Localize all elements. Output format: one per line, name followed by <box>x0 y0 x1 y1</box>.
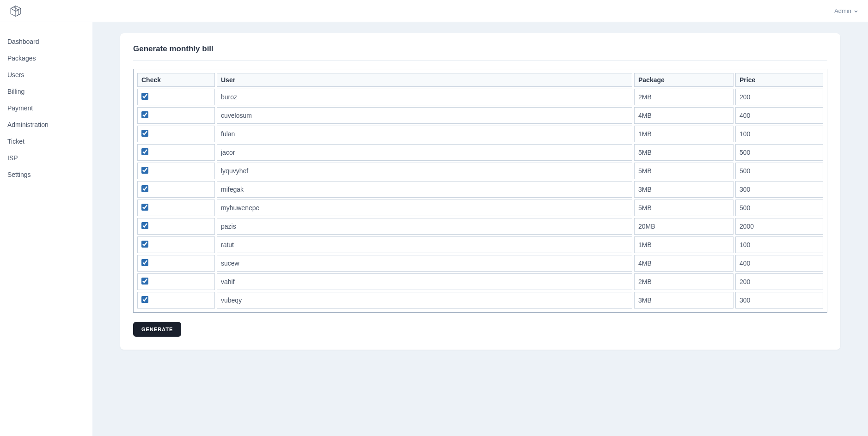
cell-check <box>137 200 215 216</box>
cell-user: ratut <box>217 236 632 253</box>
cell-price: 300 <box>735 181 823 198</box>
cell-check <box>137 89 215 105</box>
cell-check <box>137 255 215 272</box>
cell-user: fulan <box>217 126 632 142</box>
sidebar: Dashboard Packages Users Billing Payment… <box>0 22 92 436</box>
cell-user: pazis <box>217 218 632 235</box>
sidebar-item-administration[interactable]: Administration <box>7 116 85 133</box>
cell-user: vubeqy <box>217 292 632 309</box>
cell-user: jacor <box>217 144 632 161</box>
table-row: fulan1MB100 <box>137 126 823 142</box>
header-package: Package <box>634 73 734 87</box>
main-content: Generate monthly bill Check User Package <box>92 22 868 436</box>
cell-package: 20MB <box>634 218 734 235</box>
table-row: ratut1MB100 <box>137 236 823 253</box>
sidebar-item-billing[interactable]: Billing <box>7 83 85 100</box>
cell-package: 4MB <box>634 255 734 272</box>
row-checkbox[interactable] <box>141 93 148 100</box>
cell-price: 200 <box>735 273 823 290</box>
topbar: Admin <box>0 0 868 22</box>
cell-check <box>137 218 215 235</box>
row-checkbox[interactable] <box>141 167 148 174</box>
user-menu[interactable]: Admin <box>834 7 859 14</box>
row-checkbox[interactable] <box>141 148 148 155</box>
cell-package: 1MB <box>634 236 734 253</box>
generate-button[interactable]: Generate <box>133 322 181 337</box>
cell-check <box>137 292 215 309</box>
cell-check <box>137 107 215 124</box>
cell-price: 2000 <box>735 218 823 235</box>
cell-check <box>137 181 215 198</box>
row-checkbox[interactable] <box>141 185 148 192</box>
cell-user: lyquvyhef <box>217 163 632 179</box>
cell-price: 400 <box>735 107 823 124</box>
cell-price: 100 <box>735 236 823 253</box>
cell-price: 100 <box>735 126 823 142</box>
sidebar-item-ticket[interactable]: Ticket <box>7 133 85 150</box>
table-row: sucew4MB400 <box>137 255 823 272</box>
table-row: pazis20MB2000 <box>137 218 823 235</box>
header-check: Check <box>137 73 215 87</box>
cell-package: 2MB <box>634 273 734 290</box>
cell-check <box>137 163 215 179</box>
bill-table: Check User Package Price buroz2MB200cuve… <box>135 71 825 310</box>
header-price: Price <box>735 73 823 87</box>
user-label: Admin <box>834 7 851 14</box>
sidebar-item-isp[interactable]: ISP <box>7 150 85 166</box>
box-icon <box>9 5 22 18</box>
sidebar-item-dashboard[interactable]: Dashboard <box>7 33 85 50</box>
row-checkbox[interactable] <box>141 241 148 248</box>
sidebar-item-payment[interactable]: Payment <box>7 100 85 116</box>
row-checkbox[interactable] <box>141 259 148 266</box>
cell-user: buroz <box>217 89 632 105</box>
cell-package: 5MB <box>634 144 734 161</box>
cell-package: 3MB <box>634 181 734 198</box>
cell-user: sucew <box>217 255 632 272</box>
row-checkbox[interactable] <box>141 296 148 303</box>
cell-price: 500 <box>735 144 823 161</box>
cell-user: myhuwenepe <box>217 200 632 216</box>
sidebar-item-packages[interactable]: Packages <box>7 50 85 67</box>
table-row: lyquvyhef5MB500 <box>137 163 823 179</box>
row-checkbox[interactable] <box>141 130 148 137</box>
cell-price: 500 <box>735 163 823 179</box>
row-checkbox[interactable] <box>141 111 148 118</box>
table-row: cuvelosum4MB400 <box>137 107 823 124</box>
cell-user: vahif <box>217 273 632 290</box>
logo <box>9 5 22 18</box>
header-user: User <box>217 73 632 87</box>
cell-package: 5MB <box>634 163 734 179</box>
chevron-down-icon <box>853 8 859 14</box>
cell-package: 2MB <box>634 89 734 105</box>
table-row: vubeqy3MB300 <box>137 292 823 309</box>
cell-user: cuvelosum <box>217 107 632 124</box>
table-row: buroz2MB200 <box>137 89 823 105</box>
cell-package: 1MB <box>634 126 734 142</box>
cell-package: 5MB <box>634 200 734 216</box>
table-row: myhuwenepe5MB500 <box>137 200 823 216</box>
bill-card: Generate monthly bill Check User Package <box>120 33 840 350</box>
cell-check <box>137 144 215 161</box>
row-checkbox[interactable] <box>141 278 148 285</box>
page-title: Generate monthly bill <box>133 44 827 61</box>
table-row: mifegak3MB300 <box>137 181 823 198</box>
cell-price: 500 <box>735 200 823 216</box>
table-row: vahif2MB200 <box>137 273 823 290</box>
table-header-row: Check User Package Price <box>137 73 823 87</box>
sidebar-item-users[interactable]: Users <box>7 67 85 83</box>
cell-price: 300 <box>735 292 823 309</box>
cell-price: 200 <box>735 89 823 105</box>
cell-check <box>137 126 215 142</box>
cell-price: 400 <box>735 255 823 272</box>
cell-package: 4MB <box>634 107 734 124</box>
cell-check <box>137 236 215 253</box>
table-row: jacor5MB500 <box>137 144 823 161</box>
cell-package: 3MB <box>634 292 734 309</box>
sidebar-item-settings[interactable]: Settings <box>7 166 85 183</box>
cell-user: mifegak <box>217 181 632 198</box>
row-checkbox[interactable] <box>141 204 148 211</box>
row-checkbox[interactable] <box>141 222 148 229</box>
table-wrapper: Check User Package Price buroz2MB200cuve… <box>133 69 827 313</box>
cell-check <box>137 273 215 290</box>
